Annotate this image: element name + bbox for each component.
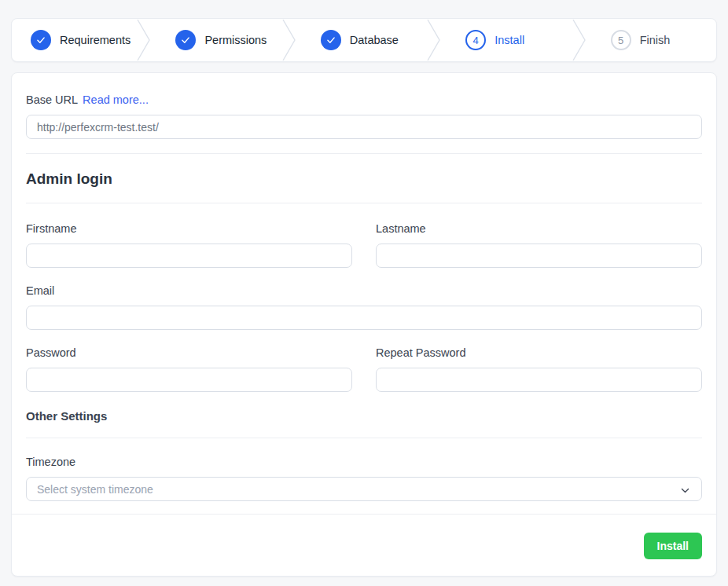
step-install[interactable]: 4 Install (447, 19, 571, 61)
install-button[interactable]: Install (644, 533, 702, 559)
step-label: Database (350, 34, 399, 46)
step-permissions[interactable]: Permissions (156, 19, 281, 61)
step-separator-chevron (572, 19, 592, 61)
step-label: Requirements (60, 34, 131, 46)
timezone-select-placeholder: Select system timezone (37, 483, 153, 496)
email-label: Email (26, 283, 702, 298)
lastname-label: Lastname (376, 221, 702, 236)
other-settings-heading: Other Settings (26, 409, 702, 423)
timezone-group: Timezone Select system timezone (26, 454, 702, 501)
step-number-badge: 4 (465, 30, 486, 50)
step-requirements[interactable]: Requirements (12, 19, 136, 61)
timezone-select[interactable]: Select system timezone (26, 477, 702, 501)
lastname-input[interactable] (376, 244, 702, 268)
base-url-group: Base URL Read more... (26, 92, 702, 139)
firstname-input[interactable] (26, 244, 352, 268)
step-database[interactable]: Database (302, 19, 426, 61)
check-icon (175, 30, 196, 50)
step-finish[interactable]: 5 Finish (592, 19, 716, 61)
wizard-stepper: Requirements Permissions Database 4 Inst… (11, 18, 717, 62)
step-label: Install (495, 34, 524, 46)
password-input[interactable] (26, 368, 352, 392)
base-url-input[interactable] (26, 115, 702, 139)
check-icon (321, 30, 341, 50)
password-label: Password (26, 345, 352, 361)
step-separator-chevron (426, 19, 447, 61)
chevron-down-icon (680, 485, 690, 499)
admin-login-heading: Admin login (26, 170, 702, 188)
timezone-label: Timezone (26, 454, 702, 470)
install-form-panel: Base URL Read more... Admin login Firstn… (11, 72, 717, 577)
step-separator-chevron (136, 19, 156, 61)
base-url-label: Base URL (26, 92, 78, 108)
email-input[interactable] (26, 306, 702, 330)
step-label: Finish (640, 34, 671, 46)
step-number-badge: 5 (611, 30, 631, 50)
firstname-label: Firstname (26, 221, 352, 236)
check-icon (31, 30, 51, 50)
repeat-password-input[interactable] (376, 368, 702, 392)
password-fields-row: Password Repeat Password (26, 345, 702, 392)
repeat-password-label: Repeat Password (376, 345, 702, 361)
email-group: Email (26, 283, 702, 330)
installer-page: Requirements Permissions Database 4 Inst… (0, 0, 728, 577)
step-separator-chevron (281, 19, 302, 61)
form-footer: Install (12, 514, 716, 576)
step-label: Permissions (204, 34, 267, 46)
read-more-link[interactable]: Read more... (83, 92, 149, 108)
name-fields-row: Firstname Lastname (26, 221, 702, 268)
section-divider (26, 203, 702, 203)
section-divider (26, 438, 702, 438)
section-divider (26, 153, 702, 154)
